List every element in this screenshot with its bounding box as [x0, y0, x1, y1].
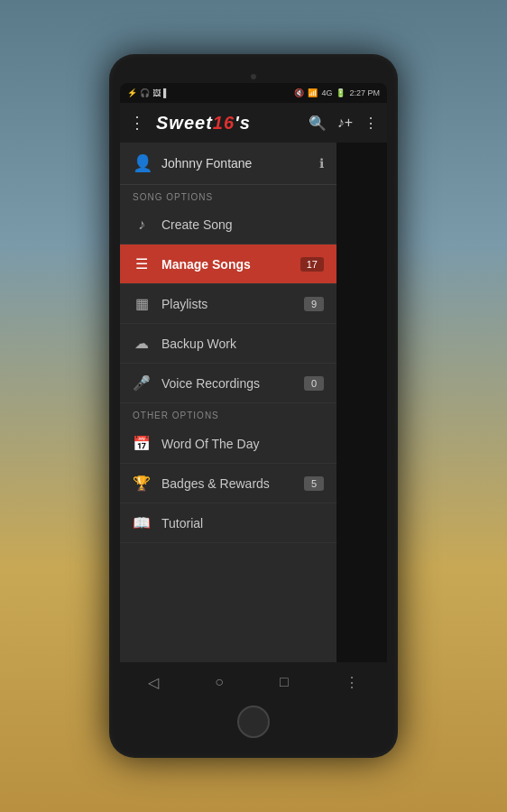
menu-button[interactable]: ⋮	[129, 113, 145, 133]
manage-songs-badge: 17	[300, 257, 324, 272]
image-icon: 🖼	[152, 88, 161, 97]
wifi-icon: 📶	[308, 88, 318, 97]
user-section[interactable]: 👤 Johnny Fontane ℹ	[120, 143, 336, 185]
add-song-icon[interactable]: ♪+	[337, 115, 353, 131]
song-options-header: SONG OPTIONS	[120, 185, 336, 206]
badges-rewards-badge: 5	[304, 476, 324, 491]
usb-icon: ⚡	[127, 88, 137, 97]
user-avatar-icon: 👤	[133, 153, 152, 173]
status-left-icons: ⚡ 🎧 🖼 ▌	[127, 88, 169, 97]
badges-rewards-label: Badges & Rewards	[161, 476, 293, 491]
physical-home-button[interactable]	[237, 706, 270, 738]
search-icon[interactable]: 🔍	[309, 115, 327, 132]
user-info-icon[interactable]: ℹ	[319, 156, 324, 171]
navigation-drawer: 👤 Johnny Fontane ℹ SONG OPTIONS ♪ Create…	[120, 143, 336, 662]
status-bar: ⚡ 🎧 🖼 ▌ 🔇 📶 4G 🔋 2:27 PM	[120, 83, 387, 103]
calendar-icon: 📅	[133, 435, 151, 452]
microphone-icon: 🎤	[133, 374, 151, 392]
recents-button[interactable]: □	[280, 674, 289, 690]
back-button[interactable]: ◁	[148, 674, 159, 691]
app-title: Sweet16's	[156, 113, 301, 134]
manage-songs-label: Manage Songs	[161, 257, 290, 272]
status-time: 2:27 PM	[349, 88, 380, 97]
menu-item-voice-recordings[interactable]: 🎤 Voice Recordings 0	[120, 364, 336, 403]
menu-item-backup[interactable]: ☁ Backup Work	[120, 324, 336, 364]
create-song-icon: ♪	[133, 217, 151, 233]
main-area: gi... ht... 👤 Johnny Fontane ℹ SONG OPTI…	[120, 143, 387, 662]
create-song-label: Create Song	[161, 217, 324, 232]
tutorial-label: Tutorial	[161, 516, 324, 531]
toolbar: ⋮ Sweet16's 🔍 ♪+ ⋮	[120, 103, 387, 143]
battery-icon: 🔋	[336, 88, 346, 97]
word-of-the-day-label: Word Of The Day	[161, 437, 324, 451]
title-sweet: Sweet	[156, 113, 213, 133]
voice-recordings-label: Voice Recordings	[161, 376, 293, 391]
backup-label: Backup Work	[161, 337, 324, 351]
tutorial-icon: 📖	[133, 514, 151, 531]
trophy-icon: 🏆	[133, 475, 151, 492]
title-s: 's	[235, 113, 251, 133]
toolbar-actions: 🔍 ♪+ ⋮	[309, 115, 378, 132]
menu-item-create-song[interactable]: ♪ Create Song	[120, 206, 336, 245]
playlists-label: Playlists	[161, 297, 293, 311]
signal-icon: ▌	[163, 88, 169, 97]
menu-item-playlists[interactable]: ▦ Playlists 9	[120, 284, 336, 324]
title-16: 16	[213, 113, 235, 133]
backup-icon: ☁	[133, 335, 151, 352]
network-strength: 4G	[321, 88, 332, 97]
bottom-navigation: ◁ ○ □ ⋮	[120, 662, 387, 702]
menu-item-badges-rewards[interactable]: 🏆 Badges & Rewards 5	[120, 464, 336, 503]
other-options-header: OTHER OPTIONS	[120, 403, 336, 424]
screen: ⚡ 🎧 🖼 ▌ 🔇 📶 4G 🔋 2:27 PM ⋮ Sweet16's 🔍 ♪…	[120, 83, 387, 702]
playlists-badge: 9	[304, 297, 324, 311]
menu-item-word-of-the-day[interactable]: 📅 Word Of The Day	[120, 424, 336, 464]
home-button[interactable]: ○	[215, 674, 224, 690]
device: ⚡ 🎧 🖼 ▌ 🔇 📶 4G 🔋 2:27 PM ⋮ Sweet16's 🔍 ♪…	[109, 54, 398, 758]
status-right: 🔇 📶 4G 🔋 2:27 PM	[294, 88, 380, 97]
share-icon[interactable]: ⋮	[345, 674, 359, 691]
mute-icon: 🔇	[294, 88, 304, 97]
playlists-icon: ▦	[133, 295, 151, 312]
headset-icon: 🎧	[140, 88, 150, 97]
menu-item-tutorial[interactable]: 📖 Tutorial	[120, 503, 336, 543]
user-name: Johnny Fontane	[161, 156, 310, 171]
camera	[251, 74, 256, 79]
voice-recordings-badge: 0	[304, 376, 324, 391]
manage-songs-icon: ☰	[133, 255, 151, 272]
overflow-icon[interactable]: ⋮	[364, 115, 378, 132]
menu-item-manage-songs[interactable]: ☰ Manage Songs 17	[120, 245, 336, 284]
